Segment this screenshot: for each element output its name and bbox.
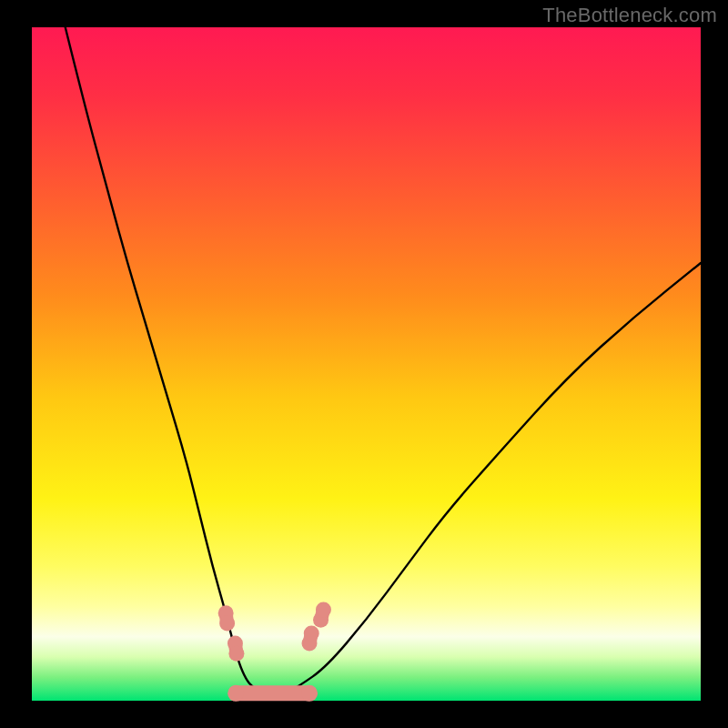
bottleneck-chart	[0, 0, 728, 728]
svg-point-11	[304, 626, 319, 642]
gradient-background	[32, 27, 701, 701]
svg-point-8	[228, 646, 244, 662]
chart-frame: TheBottleneck.com	[0, 0, 728, 728]
svg-point-14	[316, 602, 331, 618]
svg-point-5	[219, 615, 235, 631]
svg-point-1	[228, 685, 244, 702]
marker-bottom-band	[228, 685, 318, 702]
svg-point-2	[301, 685, 318, 702]
